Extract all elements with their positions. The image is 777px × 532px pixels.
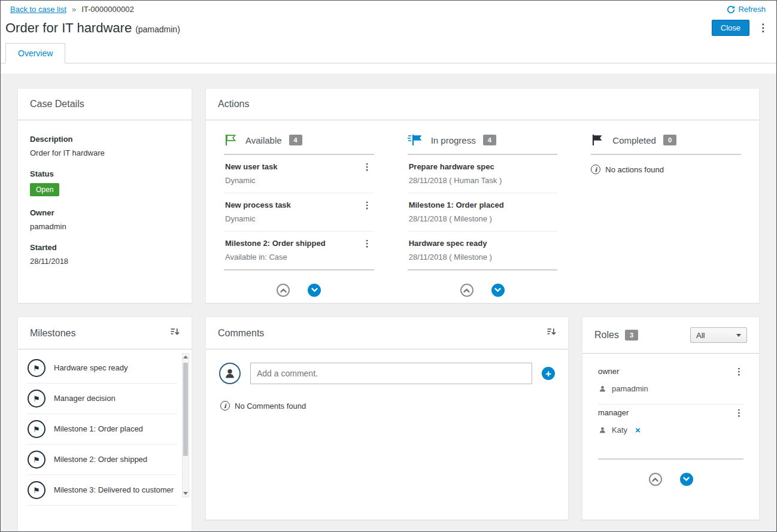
milestone-flag-icon: ⚑ (28, 390, 45, 408)
page-up-button[interactable] (649, 473, 662, 486)
remove-assignee-icon[interactable]: × (635, 425, 641, 434)
page-up-button[interactable] (460, 284, 474, 297)
role-kebab-icon[interactable]: ⋮ (734, 367, 743, 376)
started-label: Started (30, 243, 180, 252)
comment-input[interactable] (250, 363, 532, 384)
refresh-icon (727, 5, 735, 14)
role-kebab-icon[interactable]: ⋮ (734, 408, 743, 417)
milestone-label: Manager decision (54, 393, 116, 405)
info-icon: i (591, 165, 600, 174)
scrollbar-down-arrow[interactable] (183, 492, 188, 495)
status-label: Status (30, 169, 180, 178)
tab-overview[interactable]: Overview (5, 43, 65, 63)
milestone-item: ⚑ Hardware spec ready (26, 353, 177, 384)
milestones-title: Milestones (30, 328, 75, 339)
content-area: Case Details Description Order for IT ha… (1, 74, 776, 531)
in-progress-column-header: In progress 4 (408, 133, 558, 155)
action-item-title: Prepare hardware spec (409, 162, 557, 171)
field-owner: Owner pamadmin (30, 208, 180, 231)
milestone-item: ⚑ Milestone 3: Delivered to customer (26, 475, 177, 506)
action-item-title: Milestone 1: Order placed (409, 200, 557, 209)
roles-count-badge: 3 (625, 330, 638, 341)
comments-sort-icon[interactable] (547, 327, 556, 339)
roles-body: owner ⋮ pamadmin manager ⋮ Katy × (582, 354, 759, 486)
case-details-title: Case Details (30, 99, 84, 110)
header-actions: Close ⋮ (712, 20, 768, 36)
refresh-button[interactable]: Refresh (727, 5, 766, 14)
action-item-subtitle: 28/11/2018 ( Milestone ) (409, 253, 557, 262)
action-item: Prepare hardware spec 28/11/2018 ( Human… (408, 155, 558, 193)
action-item: New user task Dynamic ⋮ (224, 155, 374, 193)
completed-count-badge: 0 (663, 135, 676, 145)
close-button[interactable]: Close (712, 20, 749, 36)
case-details-header: Case Details (18, 89, 192, 120)
roles-pager (598, 473, 743, 486)
in-progress-list: Prepare hardware spec 28/11/2018 ( Human… (408, 155, 558, 270)
action-item-kebab-icon[interactable]: ⋮ (363, 162, 372, 171)
chevron-up-icon (652, 477, 658, 482)
chevron-down-icon (311, 288, 318, 293)
in-progress-label: In progress (431, 135, 476, 145)
milestone-item: ⚑ Milestone 2: Order shipped (26, 445, 177, 475)
action-item: New process task Dynamic ⋮ (224, 193, 374, 232)
assignee-name: pamadmin (612, 384, 648, 393)
roles-filter-select[interactable]: All (690, 327, 747, 343)
no-actions-text: No actions found (605, 165, 664, 174)
case-details-body: Description Order for IT hardware Status… (18, 120, 192, 292)
scrollbar-thumb[interactable] (183, 363, 188, 456)
no-comments-empty-state: i No Comments found (220, 401, 555, 411)
actions-in-progress-column: In progress 4 Prepare hardware spec 28/1… (408, 133, 558, 297)
actions-available-column: Available 4 New user task Dynamic ⋮ New … (224, 133, 374, 297)
action-item-subtitle: Dynamic (225, 214, 373, 223)
user-icon (599, 385, 606, 393)
assignee-name: Katy (612, 425, 627, 434)
user-avatar-icon (219, 363, 241, 384)
tabs-content-gap (1, 63, 776, 74)
action-item-kebab-icon[interactable]: ⋮ (363, 239, 372, 248)
breadcrumb-separator: » (72, 5, 76, 14)
roles-title: Roles (594, 330, 619, 341)
action-item-kebab-icon[interactable]: ⋮ (363, 200, 372, 209)
action-item-subtitle: 28/11/2018 ( Human Task ) (409, 176, 557, 185)
tab-bar: Overview (1, 43, 776, 63)
scrollbar-track[interactable] (183, 360, 188, 490)
page-down-button[interactable] (308, 284, 321, 297)
roles-filter-value: All (696, 331, 705, 340)
milestone-item: ⚑ Milestone 1: Order placed (26, 414, 177, 445)
comments-body: + i No Comments found (206, 349, 568, 411)
milestone-flag-icon: ⚑ (28, 420, 45, 438)
chevron-up-icon (463, 288, 470, 293)
role-head: owner ⋮ (598, 367, 743, 376)
milestone-flag-icon: ⚑ (28, 451, 45, 469)
add-comment-button[interactable]: + (542, 367, 555, 380)
header-kebab-icon[interactable]: ⋮ (758, 23, 768, 33)
actions-title: Actions (218, 99, 249, 110)
caret-down-icon (736, 334, 741, 337)
back-to-case-list-link[interactable]: Back to case list (10, 5, 66, 14)
roles-title-wrap: Roles 3 (594, 330, 638, 341)
info-glyph: i (224, 403, 226, 409)
milestones-header: Milestones (18, 317, 192, 349)
scrollbar-up-arrow[interactable] (183, 355, 188, 358)
available-column-header: Available 4 (224, 133, 374, 155)
comments-title: Comments (218, 328, 264, 339)
info-icon: i (220, 401, 230, 411)
available-pager (224, 284, 374, 297)
milestones-sort-icon[interactable] (171, 327, 180, 339)
refresh-label: Refresh (738, 5, 766, 14)
role-name: owner (598, 367, 619, 376)
page-down-button[interactable] (491, 284, 505, 297)
milestones-scrollbar[interactable] (182, 353, 189, 497)
in-progress-count-badge: 4 (483, 135, 496, 145)
role-assignee: Katy × (599, 425, 743, 434)
flag-wind-icon (408, 133, 424, 147)
field-status: Status Open (30, 169, 180, 196)
no-comments-text: No Comments found (235, 402, 306, 411)
action-item-title: New process task (225, 200, 373, 209)
flag-solid-icon (591, 133, 605, 147)
page-up-button[interactable] (277, 284, 290, 297)
page-title: Order for IT hardware (5, 20, 132, 36)
info-glyph: i (594, 166, 597, 173)
page-down-button[interactable] (680, 473, 693, 486)
milestone-flag-icon: ⚑ (28, 481, 45, 499)
